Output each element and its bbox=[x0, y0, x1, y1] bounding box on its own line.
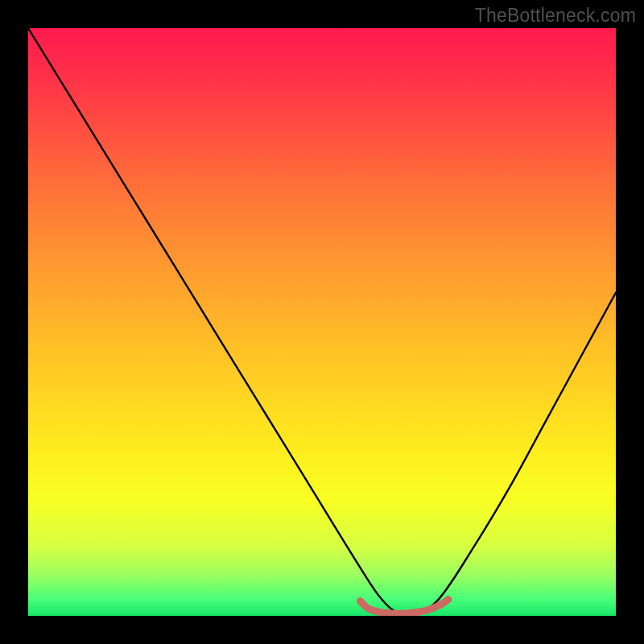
chart-frame: TheBottleneck.com bbox=[0, 0, 644, 644]
watermark-text: TheBottleneck.com bbox=[475, 5, 636, 27]
optimal-zone-marker bbox=[28, 28, 616, 616]
plot-area bbox=[28, 28, 616, 616]
